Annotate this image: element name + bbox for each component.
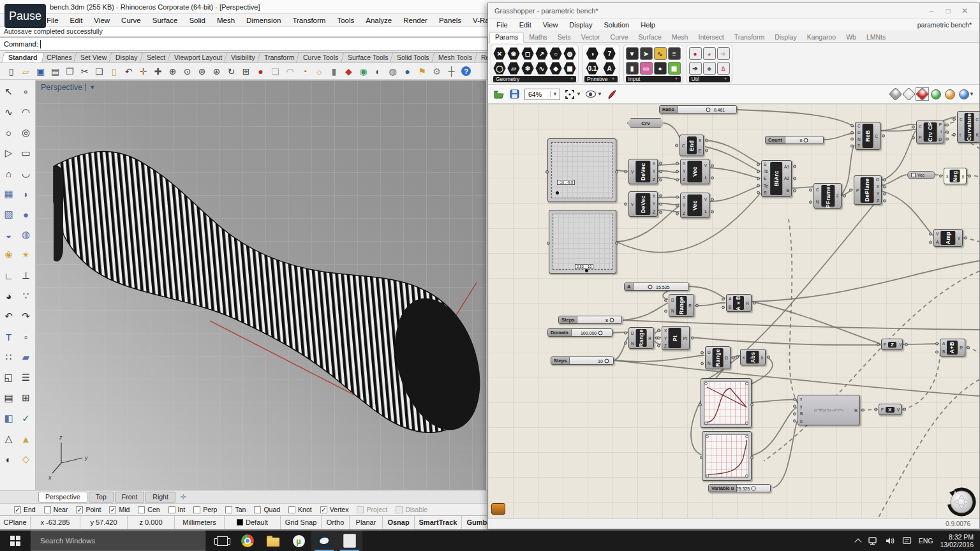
zoom-level-select[interactable]: 64% ▼ [524, 89, 560, 100]
gh-tab-kangaroo[interactable]: Kangaroo [802, 33, 842, 42]
status-z-0-000[interactable]: z 0.000 [128, 516, 175, 529]
zoom-extents-icon[interactable]: ⊚ [195, 64, 209, 78]
dim-tool-icon[interactable]: ┼ [444, 64, 459, 78]
toolbar-tab-mesh-tools[interactable]: Mesh Tools [431, 52, 479, 62]
osnap-checkbox-disable[interactable] [396, 506, 403, 513]
gh-component-vec[interactable]: XYZVecVL [680, 159, 709, 184]
tree-icon[interactable]: ♣ [703, 62, 716, 75]
sphere-gray-icon[interactable]: ◍ [385, 64, 400, 78]
port-c[interactable]: C [680, 143, 687, 148]
speaker-icon[interactable] [885, 536, 895, 545]
extrude-icon[interactable]: ◧ [1, 411, 17, 427]
curve-handles-icon[interactable]: ◠ [18, 105, 34, 121]
osnap-item-disable[interactable]: Disable [396, 506, 427, 513]
surface-curved-icon[interactable]: ◗ [18, 186, 34, 202]
taskbar-clock[interactable]: 8:32 PM 13/02/2016 [940, 533, 974, 548]
grid-icon[interactable]: ⊞ [18, 390, 34, 406]
preview-green-ball-icon-wrap[interactable] [931, 89, 941, 99]
pause-recording-button[interactable]: Pause [4, 4, 46, 28]
gh-tab-params[interactable]: Params [489, 32, 524, 43]
param-point-icon[interactable]: ○ [549, 47, 562, 60]
language-indicator[interactable]: ENG [919, 537, 933, 545]
gh-component-pframes[interactable]: CNPFramesF [813, 183, 842, 209]
gh-md-slider[interactable]: 0.50 , -10 [549, 210, 616, 274]
gh-component-curvature[interactable]: CtCurvatureCK [957, 111, 979, 143]
preview-off-gem-icon-wrap[interactable] [891, 89, 900, 99]
preview-shaded-gem-icon[interactable] [916, 87, 929, 101]
osnap-checkbox-perp[interactable] [193, 506, 200, 513]
port-a1[interactable]: A1 [782, 165, 791, 169]
port-x[interactable]: x [741, 355, 746, 360]
flag-icon[interactable]: ⚑ [415, 64, 429, 78]
export-icon[interactable]: ❐ [63, 64, 77, 78]
port-l[interactable]: L [702, 209, 709, 214]
lamp-icon[interactable]: ☼ [312, 64, 327, 78]
properties-icon[interactable]: ▤ [1, 390, 17, 406]
osnap-checkbox-int[interactable] [168, 506, 175, 513]
sphere-icon[interactable]: ● [18, 207, 34, 223]
port-r[interactable]: R [958, 346, 965, 350]
port-b[interactable]: B [798, 411, 805, 416]
lock-icon[interactable]: ▮ [327, 64, 341, 78]
gh-slider-a[interactable]: A15.525 [624, 283, 689, 291]
gh-param-crv[interactable]: Crv [627, 118, 664, 128]
osnap-item-knot[interactable]: Knot [288, 506, 312, 513]
gh-component-vec[interactable]: XYZVecVL [680, 193, 709, 218]
cut-icon[interactable]: ✂ [77, 64, 92, 78]
cherry-galapagos-icon[interactable]: ● [689, 47, 702, 60]
graph-handle-dot[interactable] [706, 474, 709, 478]
osnap-checkbox-near[interactable] [44, 506, 51, 513]
port-x[interactable]: X [681, 195, 687, 200]
slider-knob[interactable] [706, 107, 710, 112]
port-s[interactable]: S [762, 162, 770, 166]
md-slider-knob[interactable] [556, 191, 559, 195]
palette-group-label-primitive[interactable]: Primitive+ [584, 76, 618, 82]
port-z[interactable]: Z [681, 177, 687, 182]
toolbar-tab-set-view[interactable]: Set View [73, 52, 114, 62]
rectangle-icon[interactable]: ▭ [18, 145, 34, 161]
menu-render[interactable]: Render [397, 15, 433, 26]
open-definition-icon[interactable] [493, 89, 505, 100]
port-z[interactable]: Z [681, 211, 687, 216]
box-icon[interactable]: ▧ [1, 207, 17, 223]
preview-wireframe-gem-icon-wrap[interactable] [904, 89, 914, 99]
osnap-item-end[interactable]: ✓End [14, 506, 36, 513]
polygon-icon[interactable]: ⌂ [1, 166, 17, 182]
port-t[interactable]: t [937, 129, 944, 134]
port-z[interactable]: Z [651, 210, 657, 214]
port-f[interactable]: F [882, 342, 887, 347]
port-b[interactable]: B [727, 305, 733, 309]
gradient-input-icon[interactable]: ▦ [668, 62, 681, 75]
save-definition-icon[interactable] [509, 89, 520, 99]
status-cplane[interactable]: CPlane [0, 516, 31, 529]
graph-handle-dot[interactable] [745, 382, 748, 385]
toolbar-tab-curve-tools[interactable]: Curve Tools [296, 52, 345, 62]
drape-icon[interactable]: ◇ [18, 452, 34, 467]
orange-tool-icon[interactable]: ◔ [297, 64, 312, 78]
gh-expression-component[interactable]: xyBu(x^B*y)*(1-u)^2*uR [798, 395, 860, 425]
osnap-item-int[interactable]: Int [168, 506, 186, 513]
port-r[interactable]: R [762, 191, 770, 195]
gh-tab-wb[interactable]: Wb [841, 33, 861, 42]
port-c[interactable]: C [856, 124, 863, 128]
gh-menu-view[interactable]: View [537, 20, 564, 30]
arrow-light-icon[interactable]: ➔ [717, 47, 730, 60]
ellipse-icon[interactable]: ◎ [18, 125, 34, 141]
slider-knob[interactable] [804, 138, 808, 142]
preview-off-gem-icon[interactable] [889, 87, 902, 101]
preview-shaded-gem-icon-wrap[interactable] [917, 89, 927, 99]
menu-panels[interactable]: Panels [433, 15, 467, 26]
port-v[interactable]: V [897, 342, 903, 347]
osnap-item-project[interactable]: Project [357, 506, 387, 513]
menu-analyze[interactable]: Analyze [360, 15, 397, 26]
port-u[interactable]: u [798, 419, 805, 423]
utorrent-app[interactable]: µ [286, 531, 311, 551]
gears-icon[interactable]: ⚙ [429, 64, 444, 78]
slider-knob[interactable] [752, 486, 756, 490]
osnap-checkbox-tan[interactable] [225, 506, 232, 513]
menu-solid[interactable]: Solid [183, 15, 211, 26]
port-x[interactable]: X [681, 161, 687, 166]
port-n[interactable]: N [669, 309, 676, 313]
gh-component-crv-cp[interactable]: CPCrv CPPtD [916, 121, 944, 143]
port-p[interactable]: P [937, 122, 944, 127]
